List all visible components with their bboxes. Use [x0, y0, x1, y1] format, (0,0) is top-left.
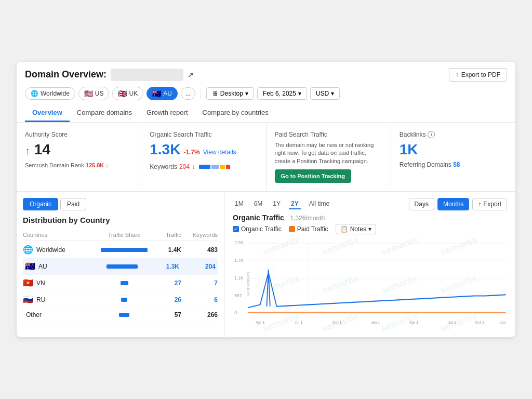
authority-value: ↑ 14 — [25, 141, 132, 158]
kw-trend: ↓ — [192, 163, 195, 170]
view-details-link[interactable]: View details — [203, 149, 236, 156]
traffic-bar — [119, 313, 129, 317]
domain-name-box — [111, 69, 183, 81]
chart-controls: 1M 6M 1Y 2Y All time Days Months ↑ Expor… — [233, 198, 507, 210]
traffic-chart: 2.2K 1.7K 1.1K 557 0 — [233, 237, 507, 331]
currency-filter[interactable]: USD ▾ — [310, 87, 340, 100]
traffic-value: 27 — [150, 280, 181, 287]
distribution-tabs: Organic Paid — [23, 198, 218, 210]
date-filter[interactable]: Feb 6, 2025 ▾ — [257, 87, 307, 100]
organic-tab[interactable]: Organic — [23, 198, 58, 210]
kw-bar-blue — [199, 165, 210, 169]
tab-overview[interactable]: Overview — [25, 104, 70, 122]
svg-text:Jul 1: Jul 1 — [295, 320, 303, 325]
organic-label: Organic Search Traffic — [150, 131, 257, 138]
svg-text:1.7K: 1.7K — [234, 258, 244, 263]
bar-container — [98, 298, 150, 302]
svg-text:Jan 1: Jan 1 — [500, 320, 507, 325]
organic-checkbox[interactable]: ✓ — [233, 226, 239, 232]
organic-legend: ✓ Organic Traffic — [233, 225, 282, 233]
currency-label: USD — [316, 90, 329, 97]
country-name: Other — [26, 311, 42, 318]
bar-container — [98, 313, 150, 317]
svg-text:Jul 1: Jul 1 — [448, 320, 457, 325]
rank-value: 125.8K ↓ — [86, 162, 109, 168]
time-1y[interactable]: 1Y — [271, 199, 283, 209]
tab-growth-report[interactable]: Growth report — [139, 104, 195, 122]
export-pdf-button[interactable]: ↑ Export to PDF — [449, 68, 507, 82]
kw-value: 204 — [179, 163, 190, 170]
notes-label: Notes — [350, 225, 366, 233]
col-header-countries: Countries — [23, 232, 98, 238]
panel: Domain Overview: ↗ ↑ Export to PDF 🌐 Wor… — [17, 62, 515, 337]
keyword-count: 266 — [181, 311, 218, 318]
device-label: Desktop — [220, 90, 243, 97]
worldwide-label: Worldwide — [41, 90, 70, 97]
notes-button[interactable]: 📋 Notes ▾ — [336, 224, 376, 234]
country-name: VN — [36, 280, 45, 287]
table-row: 🌐 Worldwide 1.4K 483 — [23, 242, 218, 258]
country-name: RU — [36, 296, 45, 303]
metrics-row: Authority Score ↑ 14 Semrush Domain Rank… — [17, 123, 515, 192]
tab-compare-countries[interactable]: Compare by countries — [195, 104, 276, 122]
backlinks-value: 1K — [400, 141, 507, 158]
backlinks-label: Backlinks i — [400, 131, 507, 138]
chart-title-row: Organic Traffic 1,326/month — [233, 214, 507, 222]
export-pdf-label: Export to PDF — [461, 71, 500, 78]
keyword-bars — [199, 165, 230, 169]
export-chart-button[interactable]: ↑ Export — [472, 198, 507, 210]
us-filter[interactable]: 🇺🇸 US — [78, 87, 110, 100]
svg-text:Apr 1: Apr 1 — [409, 320, 419, 325]
uk-filter[interactable]: 🇬🇧 UK — [112, 87, 143, 100]
device-filter[interactable]: 🖥 Desktop ▾ — [206, 87, 254, 100]
bar-container — [98, 281, 150, 285]
months-view-button[interactable]: Months — [437, 198, 469, 210]
bar-container — [98, 248, 150, 252]
worldwide-filter[interactable]: 🌐 Worldwide — [25, 87, 75, 100]
au-filter[interactable]: 🇦🇺 AU — [147, 87, 178, 100]
notes-icon: 📋 — [340, 225, 348, 233]
organic-value: 1.3K — [150, 141, 180, 158]
traffic-value: 26 — [150, 296, 181, 303]
country-cell: 🇦🇺 AU — [25, 261, 96, 271]
legend-row: ✓ Organic Traffic Paid Traffic 📋 Notes ▾ — [233, 224, 507, 234]
us-flag: 🇺🇸 — [84, 89, 93, 98]
svg-text:0: 0 — [234, 310, 237, 315]
paid-traffic-card: Paid Search Traffic The domain may be ne… — [267, 123, 391, 191]
kw-bar-lightblue — [211, 165, 219, 169]
chevron-notes: ▾ — [368, 225, 371, 233]
referring-row: Referring Domains 58 — [400, 161, 507, 168]
table-header: Countries Traffic Share Traffic Keywords — [23, 230, 218, 241]
paid-tab[interactable]: Paid — [60, 198, 86, 210]
globe-icon: 🌐 — [31, 90, 38, 97]
chart-panel: 1M 6M 1Y 2Y All time Days Months ↑ Expor… — [224, 192, 515, 337]
authority-label: Authority Score — [25, 131, 132, 138]
svg-text:Apr 1: Apr 1 — [256, 320, 265, 325]
tab-compare-domains[interactable]: Compare domains — [70, 104, 139, 122]
paid-label: Paid Search Traffic — [275, 131, 382, 138]
time-1m[interactable]: 1M — [233, 199, 246, 209]
days-view-button[interactable]: Days — [409, 198, 434, 210]
svg-text:SERP Features: SERP Features — [246, 272, 250, 296]
organic-legend-label: Organic Traffic — [241, 225, 282, 233]
chart-title: Organic Traffic — [233, 214, 284, 222]
position-tracking-button[interactable]: Go to Position Tracking — [275, 169, 351, 183]
keywords-row: Keywords 204 ↓ — [150, 163, 257, 170]
chevron-down-icon-2: ▾ — [298, 90, 301, 97]
keyword-count: 204 — [179, 263, 216, 270]
paid-legend: Paid Traffic — [289, 225, 328, 233]
keyword-count: 7 — [181, 280, 218, 287]
external-link-icon[interactable]: ↗ — [188, 71, 194, 79]
table-row: Other 57 266 — [23, 308, 218, 322]
au-flag: 🇦🇺 — [152, 89, 161, 98]
time-alltime[interactable]: All time — [307, 199, 331, 209]
chart-area: semartixsemartixsemartixsemartixsemartix… — [233, 237, 507, 331]
time-6m[interactable]: 6M — [252, 199, 265, 209]
traffic-bar — [107, 264, 138, 269]
traffic-bar — [121, 281, 128, 285]
export-chart-label: Export — [483, 201, 501, 208]
traffic-bar — [121, 298, 127, 302]
more-regions-button[interactable]: ... — [181, 87, 195, 100]
info-icon: i — [428, 131, 435, 138]
time-2y[interactable]: 2Y — [289, 199, 301, 209]
